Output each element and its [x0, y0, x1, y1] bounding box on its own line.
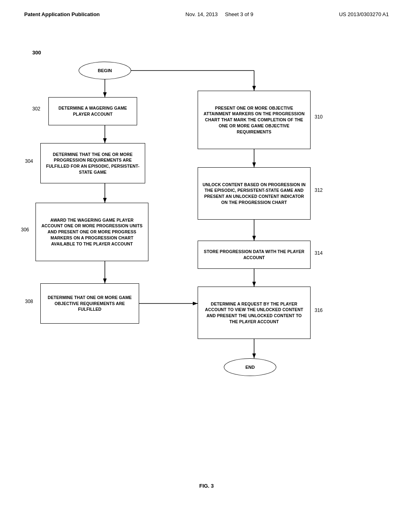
- box-304: DETERMINE THAT THE ONE OR MORE PROGRESSI…: [40, 143, 145, 183]
- flowchart-diagram: 300 BEGIN DETERMINE A WAGERING GAME PLAY…: [0, 25, 413, 501]
- box-302: DETERMINE A WAGERING GAME PLAYER ACCOUNT: [48, 97, 137, 125]
- box-316: DETERMINE A REQUEST BY THE PLAYER ACCOUN…: [198, 287, 311, 339]
- ref-302: 302: [32, 106, 40, 112]
- begin-node: BEGIN: [79, 62, 131, 79]
- box-310: PRESENT ONE OR MORE OBJECTIVE ATTAINMENT…: [198, 91, 311, 149]
- box-306: AWARD THE WAGERING GAME PLAYER ACCOUNT O…: [35, 203, 148, 261]
- ref-304: 304: [25, 158, 33, 164]
- header-sheet: Sheet 3 of 9: [225, 11, 253, 17]
- ref-312: 312: [315, 187, 323, 193]
- page: Patent Application Publication Nov. 14, …: [0, 0, 413, 532]
- end-node: END: [224, 358, 276, 376]
- page-header: Patent Application Publication Nov. 14, …: [0, 0, 413, 21]
- ref-308: 308: [25, 299, 33, 304]
- figure-label: FIG. 3: [199, 483, 214, 489]
- box-314: STORE PROGRESSION DATA WITH THE PLAYER A…: [198, 241, 311, 269]
- header-date: Nov. 14, 2013: [186, 11, 218, 17]
- diagram-number: 300: [32, 50, 41, 56]
- ref-310: 310: [315, 114, 323, 120]
- header-left: Patent Application Publication: [24, 11, 100, 17]
- ref-314: 314: [315, 250, 323, 256]
- box-308: DETERMINE THAT ONE OR MORE GAME OBJECTIV…: [40, 283, 139, 324]
- header-right: US 2013/0303270 A1: [339, 11, 389, 17]
- ref-306: 306: [21, 227, 29, 233]
- box-312: UNLOCK CONTENT BASED ON PROGRESSION IN T…: [198, 167, 311, 220]
- ref-316: 316: [315, 308, 323, 313]
- header-center: Nov. 14, 2013 Sheet 3 of 9: [186, 11, 253, 17]
